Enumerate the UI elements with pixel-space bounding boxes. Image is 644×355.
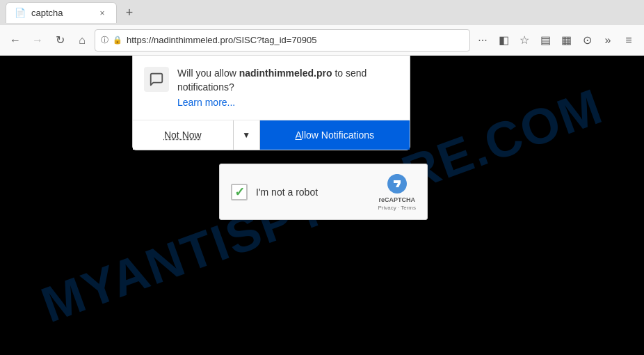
home-icon: ⌂ xyxy=(79,34,86,47)
account-icon: ⊙ xyxy=(583,33,592,47)
connection-icon: 🔒 xyxy=(113,36,122,45)
menu-button[interactable]: ≡ xyxy=(619,31,638,50)
learn-more-link[interactable]: Learn more... xyxy=(177,97,235,108)
url-text: https://nadinthimmeled.pro/SISC?tag_id=7… xyxy=(127,35,464,45)
browser-window: 📄 captcha × + ← → ↻ ⌂ ⓘ 🔒 https://nadint… xyxy=(0,0,644,355)
library-icon: ▤ xyxy=(540,33,551,47)
tab-bar: 📄 captcha × + xyxy=(0,0,644,25)
dropdown-icon: ▼ xyxy=(242,130,250,140)
new-tab-button[interactable]: + xyxy=(120,3,139,22)
bookmark-button[interactable]: ☆ xyxy=(515,31,534,50)
popup-actions: Not Now ▼ Allow Notifications xyxy=(133,120,410,150)
domain-name: nadinthimmeled.pro xyxy=(239,68,332,79)
allow-a-underline: A xyxy=(295,129,301,141)
home-button[interactable]: ⌂ xyxy=(72,31,92,50)
address-bar[interactable]: ⓘ 🔒 https://nadinthimmeled.pro/SISC?tag_… xyxy=(95,29,470,52)
nav-bar: ← → ↻ ⌂ ⓘ 🔒 https://nadinthimmeled.pro/S… xyxy=(0,25,644,56)
popup-message: Will you allow nadinthimmeled.pro to sen… xyxy=(177,67,399,109)
extensions-icon: » xyxy=(605,34,611,47)
forward-icon: → xyxy=(32,34,43,47)
reader-button[interactable]: ▦ xyxy=(556,31,576,50)
popup-text: Will you allow nadinthimmeled.pro to sen… xyxy=(177,67,399,94)
more-options-button[interactable]: ··· xyxy=(473,31,492,50)
reload-icon: ↻ xyxy=(56,33,65,47)
not-now-button[interactable]: Not Now xyxy=(133,120,234,150)
active-tab[interactable]: 📄 captcha × xyxy=(6,2,117,23)
reader-icon: ▦ xyxy=(561,33,572,47)
dropdown-button[interactable]: ▼ xyxy=(234,120,260,150)
webpage-content: MYANTISPYWARE.COM Will you allow nadinth… xyxy=(0,56,644,355)
tab-icon: 📄 xyxy=(15,8,26,18)
recaptcha-brand: reCAPTCHA xyxy=(378,196,415,203)
notification-popup: Will you allow nadinthimmeled.pro to sen… xyxy=(132,56,410,150)
extensions-button[interactable]: » xyxy=(598,31,618,50)
allow-notifications-label: llow Notifications xyxy=(302,129,374,141)
back-icon: ← xyxy=(10,34,21,47)
recaptcha-checkbox[interactable]: ✓ xyxy=(231,184,248,200)
back-button[interactable]: ← xyxy=(6,31,25,50)
recaptcha-right: reCAPTCHA Privacy · Terms xyxy=(378,173,416,211)
pocket-button[interactable]: ◧ xyxy=(494,31,513,50)
recaptcha-widget: ✓ I'm not a robot reCAPTCHA Privacy · Te… xyxy=(219,164,428,220)
allow-notifications-button[interactable]: Allow Notifications xyxy=(260,120,410,150)
notification-icon xyxy=(144,67,169,92)
popup-body: Will you allow nadinthimmeled.pro to sen… xyxy=(133,56,410,114)
nav-right-buttons: ··· ◧ ☆ ▤ ▦ ⊙ » ≡ xyxy=(473,31,638,50)
reload-button[interactable]: ↻ xyxy=(50,31,70,50)
checkmark-icon: ✓ xyxy=(234,184,245,200)
star-icon: ☆ xyxy=(520,33,529,47)
tab-close-button[interactable]: × xyxy=(97,8,108,19)
recaptcha-links[interactable]: Privacy · Terms xyxy=(378,205,416,211)
recaptcha-label: I'm not a robot xyxy=(256,187,318,198)
more-icon: ··· xyxy=(478,34,487,47)
menu-icon: ≡ xyxy=(625,34,631,47)
account-button[interactable]: ⊙ xyxy=(577,31,597,50)
info-icon: ⓘ xyxy=(101,35,108,45)
recaptcha-logo xyxy=(386,173,408,195)
message-part1: Will you allow xyxy=(177,68,239,79)
recaptcha-left: ✓ I'm not a robot xyxy=(231,184,318,200)
library-button[interactable]: ▤ xyxy=(536,31,555,50)
tab-title: captcha xyxy=(31,8,63,18)
forward-button: → xyxy=(28,31,47,50)
pocket-icon: ◧ xyxy=(499,33,509,47)
